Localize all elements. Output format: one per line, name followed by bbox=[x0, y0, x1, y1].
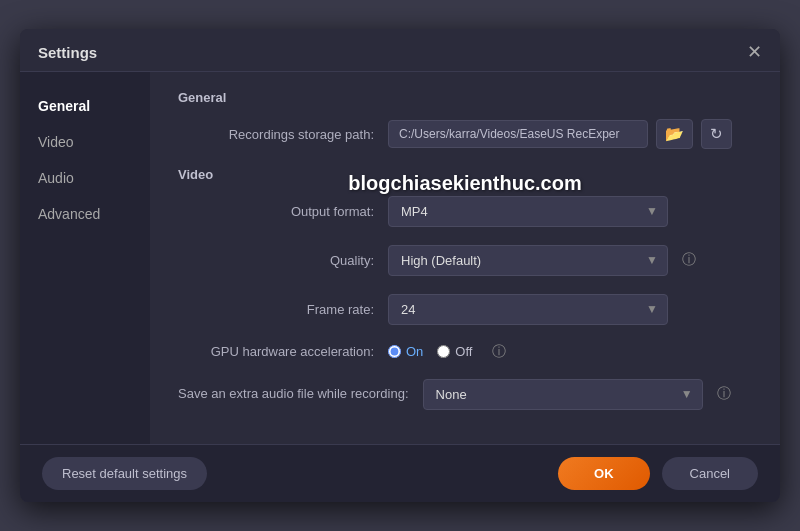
browse-folder-button[interactable]: 📂 bbox=[656, 119, 693, 149]
gpu-accel-controls: On Off ⓘ bbox=[388, 343, 752, 361]
quality-row: Quality: Low Medium High (Default) Lossl… bbox=[178, 245, 752, 276]
refresh-path-button[interactable]: ↻ bbox=[701, 119, 732, 149]
gpu-accel-row: GPU hardware acceleration: On Off ⓘ bbox=[178, 343, 752, 361]
frame-rate-row: Frame rate: 15 20 24 30 60 ▼ bbox=[178, 294, 752, 325]
quality-select[interactable]: Low Medium High (Default) Lossless bbox=[388, 245, 668, 276]
storage-path-controls: 📂 ↻ bbox=[388, 119, 752, 149]
video-section-title: Video bbox=[178, 167, 752, 182]
sidebar-item-advanced[interactable]: Advanced bbox=[20, 196, 150, 232]
gpu-off-radio-label[interactable]: Off bbox=[437, 344, 472, 359]
extra-audio-label: Save an extra audio file while recording… bbox=[178, 385, 423, 403]
storage-path-input[interactable] bbox=[388, 120, 648, 148]
ok-button[interactable]: OK bbox=[558, 457, 650, 490]
sidebar-item-audio[interactable]: Audio bbox=[20, 160, 150, 196]
dialog-title: Settings bbox=[38, 44, 97, 61]
frame-rate-controls: 15 20 24 30 60 ▼ bbox=[388, 294, 752, 325]
gpu-accel-radio-group: On Off ⓘ bbox=[388, 343, 506, 361]
output-format-row: Output format: MP4 MOV AVI GIF ▼ bbox=[178, 196, 752, 227]
gpu-on-radio-label[interactable]: On bbox=[388, 344, 423, 359]
footer-right-buttons: OK Cancel bbox=[558, 457, 758, 490]
output-format-controls: MP4 MOV AVI GIF ▼ bbox=[388, 196, 752, 227]
settings-dialog: Settings ✕ General Video Audio Advanced … bbox=[20, 29, 780, 502]
cancel-button[interactable]: Cancel bbox=[662, 457, 758, 490]
gpu-on-radio[interactable] bbox=[388, 345, 401, 358]
extra-audio-select-wrap: None System Audio Microphone ▼ bbox=[423, 379, 703, 410]
reset-defaults-button[interactable]: Reset default settings bbox=[42, 457, 207, 490]
frame-rate-select[interactable]: 15 20 24 30 60 bbox=[388, 294, 668, 325]
frame-rate-select-wrap: 15 20 24 30 60 ▼ bbox=[388, 294, 668, 325]
general-section-title: General bbox=[178, 90, 752, 105]
gpu-accel-label: GPU hardware acceleration: bbox=[178, 344, 388, 359]
quality-controls: Low Medium High (Default) Lossless ▼ ⓘ bbox=[388, 245, 752, 276]
quality-select-wrap: Low Medium High (Default) Lossless ▼ bbox=[388, 245, 668, 276]
extra-audio-row: Save an extra audio file while recording… bbox=[178, 379, 752, 410]
sidebar-item-video[interactable]: Video bbox=[20, 124, 150, 160]
gpu-off-radio[interactable] bbox=[437, 345, 450, 358]
extra-audio-select[interactable]: None System Audio Microphone bbox=[423, 379, 703, 410]
dialog-body: General Video Audio Advanced General blo… bbox=[20, 72, 780, 444]
output-format-label: Output format: bbox=[178, 204, 388, 219]
extra-audio-info-icon[interactable]: ⓘ bbox=[717, 385, 731, 403]
main-content: General blogchiasekienthuc.com Recording… bbox=[150, 72, 780, 444]
storage-path-label: Recordings storage path: bbox=[178, 127, 388, 142]
output-format-select[interactable]: MP4 MOV AVI GIF bbox=[388, 196, 668, 227]
storage-path-row: Recordings storage path: 📂 ↻ bbox=[178, 119, 752, 149]
sidebar: General Video Audio Advanced bbox=[20, 72, 150, 444]
close-button[interactable]: ✕ bbox=[747, 43, 762, 61]
dialog-footer: Reset default settings OK Cancel bbox=[20, 444, 780, 502]
output-format-select-wrap: MP4 MOV AVI GIF ▼ bbox=[388, 196, 668, 227]
quality-info-icon[interactable]: ⓘ bbox=[682, 251, 696, 269]
extra-audio-controls: None System Audio Microphone ▼ ⓘ bbox=[423, 379, 752, 410]
sidebar-item-general[interactable]: General bbox=[20, 88, 150, 124]
frame-rate-label: Frame rate: bbox=[178, 302, 388, 317]
title-bar: Settings ✕ bbox=[20, 29, 780, 72]
quality-label: Quality: bbox=[178, 253, 388, 268]
gpu-info-icon[interactable]: ⓘ bbox=[492, 343, 506, 361]
